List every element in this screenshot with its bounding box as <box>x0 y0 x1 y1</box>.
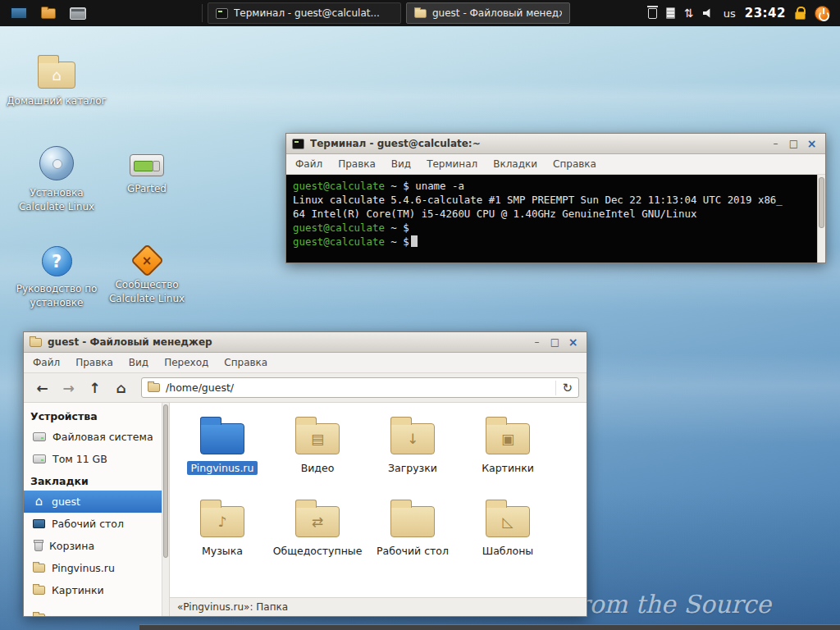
desktop-icon-handbook[interactable]: ? Руководство по установке <box>7 246 107 310</box>
network-tray-icon[interactable]: ⇅ <box>684 7 694 19</box>
menu-help[interactable]: Справка <box>553 158 596 170</box>
minimize-button[interactable]: – <box>529 336 545 349</box>
terminal-line: guest@calculate ~ $ <box>293 235 812 249</box>
community-diamond-icon: × <box>130 244 163 277</box>
menu-edit[interactable]: Правка <box>75 357 113 368</box>
desktop-icon-community[interactable]: × Сообщество Calculate Linux <box>97 244 197 306</box>
sidebar-scrollbar[interactable] <box>162 403 170 616</box>
file-manager-window: guest - Файловый менеджер – □ × Файл Пра… <box>23 331 587 617</box>
sidebar-item-pingvinus[interactable]: Pingvinus.ru <box>24 557 162 579</box>
sidebar-item-clipped[interactable] <box>24 607 162 616</box>
template-emblem-icon: ◺ <box>502 515 513 529</box>
share-emblem-icon: ⇄ <box>312 515 323 529</box>
path-field[interactable]: /home/guest/ ↻ <box>141 377 579 398</box>
terminal-icon <box>292 139 304 149</box>
forward-button[interactable]: → <box>57 377 80 399</box>
menu-view[interactable]: Вид <box>129 357 148 368</box>
cd-install-icon <box>39 146 74 180</box>
show-desktop-button[interactable] <box>66 2 90 24</box>
file-manager-launcher[interactable] <box>36 2 61 24</box>
folder-icon <box>33 586 45 595</box>
clipboard-tray-icon[interactable] <box>666 7 675 19</box>
volume-tray-icon[interactable] <box>703 8 714 18</box>
folder-icon <box>200 423 244 454</box>
refresh-button[interactable]: ↻ <box>555 381 573 395</box>
file-manager-titlebar[interactable]: guest - Файловый менеджер – □ × <box>24 332 587 353</box>
terminal-icon <box>216 8 228 19</box>
folder-icon <box>33 614 45 616</box>
desktop-icon-label: Сообщество Calculate Linux <box>97 278 197 306</box>
file-item-templates[interactable]: ◺ Шаблоны <box>460 499 555 582</box>
picture-emblem-icon: ▣ <box>501 432 514 446</box>
sidebar-item-guest[interactable]: ⌂ guest <box>24 491 162 513</box>
applications-menu-button[interactable] <box>7 2 31 24</box>
sidebar-bookmarks-header: Закладки <box>24 470 162 491</box>
taskbar-terminal-button[interactable]: Терминал - guest@calculat... <box>208 2 401 24</box>
terminal-line: Linux calculate 5.4.6-calculate #1 SMP P… <box>293 193 812 207</box>
scrollbar-thumb[interactable] <box>819 177 824 228</box>
minimize-button[interactable]: – <box>768 137 783 151</box>
menu-file[interactable]: Файл <box>33 357 60 368</box>
desktop-icon-install[interactable]: Установка Calculate Linux <box>7 146 107 214</box>
maximize-button[interactable]: □ <box>786 137 801 151</box>
file-item-downloads[interactable]: ↓ Загрузки <box>365 416 460 499</box>
top-panel: Терминал - guest@calculat... guest - Фай… <box>0 0 840 26</box>
bottom-hidden-panel[interactable] <box>139 624 840 630</box>
up-button[interactable]: ↑ <box>84 377 106 399</box>
lock-screen-icon[interactable] <box>795 11 806 20</box>
file-item-music[interactable]: ♪ Музыка <box>175 499 270 582</box>
folder-icon <box>30 338 42 347</box>
desktop-icon-label: Установка Calculate Linux <box>7 186 107 214</box>
desktop-icon-home[interactable]: ⌂ Домашний каталог <box>7 54 107 108</box>
menu-edit[interactable]: Правка <box>338 158 376 170</box>
drive-icon <box>33 454 46 463</box>
menu-go[interactable]: Переход <box>164 357 208 368</box>
home-button[interactable]: ⌂ <box>110 377 132 399</box>
folder-icon <box>41 8 56 19</box>
file-item-label: Рабочий стол <box>372 544 453 558</box>
folder-icon <box>33 564 45 573</box>
terminal-scrollbar[interactable] <box>817 175 825 262</box>
file-item-label: Загрузки <box>384 461 441 475</box>
terminal-output-area[interactable]: guest@calculate ~ $ uname -a Linux calcu… <box>286 175 825 262</box>
file-item-pictures[interactable]: ▣ Картинки <box>460 416 555 499</box>
clock[interactable]: 23:42 <box>745 6 786 21</box>
terminal-titlebar[interactable]: Терминал - guest@calculate:~ – □ × <box>286 134 825 154</box>
music-emblem-icon: ♪ <box>218 515 227 529</box>
file-item-pingvinus[interactable]: Pingvinus.ru <box>175 416 270 499</box>
keyboard-layout-indicator[interactable]: us <box>724 7 736 20</box>
gparted-icon <box>130 154 164 176</box>
power-button-icon[interactable] <box>815 6 830 21</box>
file-item-public[interactable]: ⇄ Общедоступные <box>270 499 365 582</box>
sidebar-item-volume[interactable]: Том 11 GB <box>24 448 162 470</box>
maximize-button[interactable]: □ <box>547 336 563 349</box>
menu-terminal[interactable]: Терминал <box>427 158 477 170</box>
desktop-icon <box>33 519 45 528</box>
close-button[interactable]: × <box>565 336 581 349</box>
menu-help[interactable]: Справка <box>224 357 267 368</box>
back-button[interactable]: ← <box>31 377 53 399</box>
drive-icon <box>33 432 46 441</box>
file-list-area[interactable]: Pingvinus.ru ▤ Видео ↓ Загрузки ▣ Картин… <box>170 403 587 597</box>
close-button[interactable]: × <box>804 137 819 151</box>
taskbar-filemanager-button[interactable]: guest - Файловый менедж... <box>406 2 570 24</box>
desktop: Linux from the Source ⌂ Домашний каталог… <box>0 0 840 630</box>
file-item-label: Шаблоны <box>478 544 537 558</box>
menu-file[interactable]: Файл <box>295 158 322 170</box>
desktop-icon-gparted[interactable]: GParted <box>97 148 197 196</box>
trash-tray-icon[interactable] <box>648 8 657 19</box>
sidebar-item-label: Корзина <box>49 540 94 552</box>
desktop-icon-label: GParted <box>127 182 167 196</box>
file-item-desktop[interactable]: Рабочий стол <box>365 499 460 582</box>
file-item-video[interactable]: ▤ Видео <box>270 416 365 499</box>
menu-view[interactable]: Вид <box>391 158 411 170</box>
sidebar-item-desktop[interactable]: Рабочий стол <box>24 513 162 535</box>
sidebar-item-trash[interactable]: Корзина <box>24 535 162 557</box>
menu-tabs[interactable]: Вкладки <box>493 158 537 170</box>
file-manager-menubar: Файл Правка Вид Переход Справка <box>24 353 587 373</box>
sidebar-item-filesystem[interactable]: Файловая система <box>24 426 162 448</box>
scrollbar-thumb[interactable] <box>163 404 168 558</box>
taskbar-button-label: Терминал - guest@calculat... <box>234 7 380 19</box>
sidebar-item-pictures[interactable]: Картинки <box>24 579 162 601</box>
terminal-window-title: Терминал - guest@calculate:~ <box>310 138 762 149</box>
